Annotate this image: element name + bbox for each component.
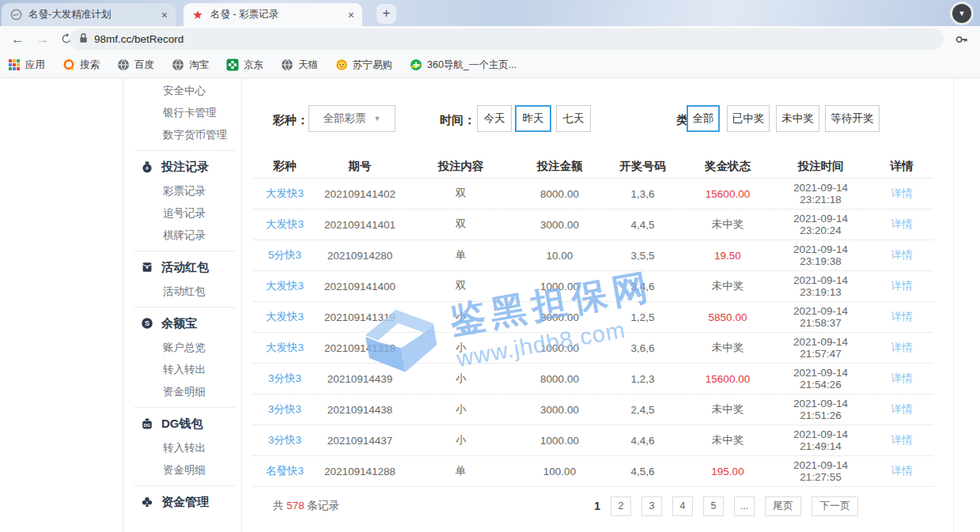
issue-number: 202109141288 bbox=[316, 466, 403, 477]
dollar-circle-icon: S bbox=[141, 317, 153, 330]
close-icon[interactable]: × bbox=[161, 9, 168, 21]
detail-link[interactable]: 详情 bbox=[870, 310, 933, 324]
bet-content: 双 bbox=[403, 217, 518, 232]
lottery-name[interactable]: 大发快3 bbox=[253, 187, 316, 201]
prize-status: 5850.00 bbox=[684, 311, 771, 323]
bookmark-label: 苏宁易购 bbox=[353, 58, 392, 72]
sidebar-divider bbox=[134, 307, 235, 308]
lottery-name[interactable]: 大发快3 bbox=[253, 279, 316, 293]
sidebar-item[interactable]: 资金明细 bbox=[123, 459, 241, 481]
sidebar-item[interactable]: 账户总览 bbox=[123, 337, 241, 359]
lottery-select[interactable]: 全部彩票 ▼ bbox=[308, 105, 395, 132]
lottery-name[interactable]: 名發快3 bbox=[253, 464, 316, 478]
forward-button[interactable]: → bbox=[36, 32, 49, 47]
detail-link[interactable]: 详情 bbox=[870, 248, 933, 262]
filter-button[interactable]: 七天 bbox=[556, 105, 591, 132]
chevron-down-icon: ▼ bbox=[374, 115, 381, 123]
page-button[interactable]: 4 bbox=[672, 496, 693, 516]
filter-button[interactable]: 昨天 bbox=[515, 105, 551, 132]
bet-content: 双 bbox=[403, 279, 518, 293]
draw-numbers: 3,4,6 bbox=[601, 281, 684, 292]
filter-button[interactable]: 等待开奖 bbox=[825, 105, 880, 132]
column-header: 详情 bbox=[870, 159, 933, 174]
lottery-name[interactable]: 大发快3 bbox=[253, 341, 316, 355]
lottery-name[interactable]: 大发快3 bbox=[253, 310, 316, 324]
sidebar-item[interactable]: 数字货币管理 bbox=[123, 124, 241, 146]
sidebar-item[interactable]: 安全中心 bbox=[123, 80, 241, 102]
bookmark-item[interactable]: 360导航_一个主页... bbox=[410, 58, 516, 72]
last-page-button[interactable]: 尾页 bbox=[765, 496, 801, 516]
lottery-name[interactable]: 3分快3 bbox=[253, 433, 316, 447]
lottery-name[interactable]: 大发快3 bbox=[253, 217, 316, 232]
sidebar-section-header[interactable]: S余额宝 bbox=[123, 311, 241, 335]
detail-link[interactable]: 详情 bbox=[870, 372, 933, 386]
bet-amount: 1000.00 bbox=[518, 281, 601, 292]
page-button[interactable]: ... bbox=[734, 496, 755, 516]
tab-mingfa-plan[interactable]: 名發-大发精准计划 × bbox=[2, 3, 176, 26]
filter-button[interactable]: 今天 bbox=[477, 105, 512, 132]
draw-numbers: 4,4,5 bbox=[601, 219, 684, 231]
current-page: 1 bbox=[594, 500, 600, 512]
bet-amount: 100.00 bbox=[518, 466, 601, 477]
lock-icon bbox=[79, 32, 88, 47]
sidebar-section-header[interactable]: 投注记录 bbox=[123, 155, 241, 179]
issue-number: 202109141319 bbox=[316, 311, 403, 323]
detail-link[interactable]: 详情 bbox=[870, 341, 933, 355]
sidebar-item[interactable]: 转入转出 bbox=[123, 359, 241, 381]
sidebar-item[interactable]: 资金明细 bbox=[123, 381, 241, 403]
chevron-down-icon: ▼ bbox=[952, 4, 971, 23]
bet-time: 2021-09-14 21:27:55 bbox=[771, 459, 870, 483]
filter-button[interactable]: 全部 bbox=[687, 105, 720, 132]
filter-button[interactable]: 未中奖 bbox=[776, 105, 819, 132]
globe-icon bbox=[281, 58, 293, 71]
draw-numbers: 3,6,6 bbox=[601, 342, 684, 354]
detail-link[interactable]: 详情 bbox=[870, 279, 933, 293]
lottery-name[interactable]: 5分快3 bbox=[253, 248, 316, 262]
sidebar-item[interactable]: 银行卡管理 bbox=[123, 102, 241, 124]
column-header: 期号 bbox=[316, 159, 403, 174]
back-button[interactable]: ← bbox=[11, 32, 25, 47]
tab-list-menu-button[interactable]: ▼ bbox=[950, 2, 974, 25]
bookmark-item[interactable]: 淘宝 bbox=[172, 58, 209, 72]
bookmark-item[interactable]: 京东 bbox=[226, 58, 263, 72]
lottery-name[interactable]: 3分快3 bbox=[253, 372, 316, 386]
close-icon[interactable]: × bbox=[348, 9, 354, 21]
detail-link[interactable]: 详情 bbox=[870, 464, 933, 478]
bookmark-item[interactable]: 天猫 bbox=[281, 58, 318, 72]
draw-numbers: 3,5,5 bbox=[601, 250, 684, 262]
sidebar-item[interactable]: 追号记录 bbox=[123, 202, 241, 224]
sidebar-item[interactable]: 转入转出 bbox=[123, 437, 241, 459]
bookmark-item[interactable]: 应用 bbox=[8, 58, 45, 72]
sidebar-section-header[interactable]: 资金管理 bbox=[123, 490, 241, 514]
sidebar-item[interactable]: 棋牌记录 bbox=[123, 224, 241, 247]
bet-amount: 8000.00 bbox=[518, 188, 601, 200]
bookmark-item[interactable]: 百度 bbox=[117, 58, 154, 72]
tab-bar: 名發-大发精准计划 × ★ 名發 - 彩票记录 × + ▼ bbox=[0, 0, 980, 26]
table-row: 大发快3202109141319小3000.001,2,55850.002021… bbox=[253, 302, 933, 333]
bookmark-item[interactable]: 苏宁易购 bbox=[335, 58, 392, 72]
table-row: 3分快320210914439小8000.001,2,315600.002021… bbox=[253, 364, 933, 394]
column-header: 投注内容 bbox=[403, 159, 518, 174]
address-bar[interactable]: 98mf.cc/betRecord bbox=[70, 28, 944, 50]
sidebar-section-label: 投注记录 bbox=[161, 160, 209, 175]
lottery-name[interactable]: 3分快3 bbox=[253, 402, 316, 417]
page-button[interactable]: 3 bbox=[641, 496, 662, 516]
new-tab-button[interactable]: + bbox=[376, 4, 396, 24]
detail-link[interactable]: 详情 bbox=[870, 217, 933, 232]
sidebar-item[interactable]: 彩票记录 bbox=[123, 180, 241, 202]
next-page-button[interactable]: 下一页 bbox=[812, 496, 858, 516]
detail-link[interactable]: 详情 bbox=[870, 402, 933, 417]
bookmark-item[interactable]: 搜索 bbox=[62, 58, 100, 72]
filter-button[interactable]: 已中奖 bbox=[727, 105, 770, 132]
page-button[interactable]: 2 bbox=[611, 496, 631, 516]
detail-link[interactable]: 详情 bbox=[870, 433, 933, 447]
table-body: 大发快3202109141402双8000.001,3,615600.00202… bbox=[253, 179, 933, 487]
orange-ring-icon bbox=[62, 58, 75, 71]
page-button[interactable]: 5 bbox=[703, 496, 724, 516]
sidebar-section-header[interactable]: DGDG钱包 bbox=[123, 412, 241, 436]
sidebar-section-header[interactable]: 活动红包 bbox=[123, 255, 241, 279]
key-icon[interactable] bbox=[955, 32, 969, 47]
detail-link[interactable]: 详情 bbox=[870, 187, 933, 201]
sidebar-item[interactable]: 活动红包 bbox=[123, 281, 241, 303]
tab-bet-record[interactable]: ★ 名發 - 彩票记录 × bbox=[184, 3, 362, 26]
